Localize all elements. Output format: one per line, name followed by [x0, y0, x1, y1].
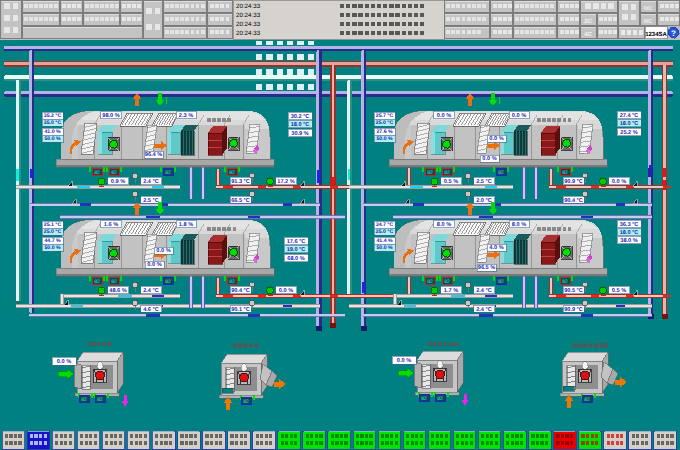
svg-text:2.4 °C: 2.4 °C — [476, 307, 492, 313]
svg-text:20:24:33: 20:24:33 — [236, 3, 261, 10]
svg-text:0.0 %: 0.0 % — [612, 179, 626, 185]
svg-text:90.1 °C: 90.1 °C — [231, 307, 250, 313]
svg-text:25.0 °C: 25.0 °C — [376, 120, 394, 126]
svg-text:17.2 %: 17.2 % — [277, 179, 294, 185]
svg-text:18.0 °C: 18.0 °C — [620, 121, 639, 127]
svg-text:82: 82 — [498, 279, 504, 285]
svg-text:41.0 %: 41.0 % — [44, 129, 61, 135]
svg-text:18.0 °C: 18.0 °C — [291, 122, 310, 128]
svg-text:8.0 %: 8.0 % — [437, 222, 451, 228]
svg-text:82: 82 — [421, 396, 427, 402]
svg-text:38.0 %: 38.0 % — [620, 238, 637, 244]
svg-text:25.0 °C: 25.0 °C — [376, 229, 394, 235]
svg-text:20:24:33: 20:24:33 — [236, 30, 261, 37]
svg-text:90.9 °C: 90.9 °C — [564, 307, 583, 313]
svg-text:18.0 °C: 18.0 °C — [620, 230, 639, 236]
svg-text:82: 82 — [111, 170, 117, 176]
svg-text:82: 82 — [81, 397, 87, 403]
svg-text:35.2 °C: 35.2 °C — [44, 113, 62, 119]
svg-text:0.5 %: 0.5 % — [444, 179, 458, 185]
svg-text:2.4 °C: 2.4 °C — [143, 288, 159, 294]
svg-text:2C: 2C — [584, 18, 592, 25]
svg-text:17.6 °C: 17.6 °C — [287, 239, 306, 245]
svg-text:66.5 °C: 66.5 °C — [231, 198, 250, 204]
svg-text:0.0 %: 0.0 % — [57, 359, 71, 365]
svg-text:82: 82 — [444, 170, 450, 176]
svg-text:0.0 %: 0.0 % — [147, 262, 161, 268]
svg-text:44.7 %: 44.7 % — [44, 238, 61, 244]
svg-text:4.6 °C: 4.6 °C — [143, 307, 159, 313]
svg-text:25.0 °C: 25.0 °C — [44, 229, 62, 235]
svg-text:0.0 %: 0.0 % — [482, 156, 496, 162]
svg-text:36.3 °C: 36.3 °C — [620, 222, 639, 228]
svg-text:0.0 %: 0.0 % — [397, 358, 411, 364]
svg-text:30.2 °C: 30.2 °C — [291, 114, 310, 120]
svg-text:82: 82 — [165, 170, 171, 176]
svg-text:2.0 °C: 2.0 °C — [476, 198, 492, 204]
svg-text:0.0 %: 0.0 % — [279, 288, 293, 294]
svg-text:25.2 %: 25.2 % — [620, 130, 637, 136]
svg-text:90.4 °C: 90.4 °C — [564, 198, 583, 204]
svg-text:82: 82 — [562, 170, 568, 176]
svg-text:?: ? — [671, 29, 676, 38]
svg-text:2.4 °C: 2.4 °C — [476, 288, 492, 294]
svg-text:82: 82 — [444, 279, 450, 285]
svg-text:82: 82 — [584, 397, 590, 403]
svg-text:0.0 %: 0.0 % — [156, 248, 170, 254]
svg-text:1.8 %: 1.8 % — [179, 222, 193, 228]
svg-text:82: 82 — [498, 170, 504, 176]
svg-text:82: 82 — [97, 397, 103, 403]
svg-text:35.0 °C: 35.0 °C — [44, 120, 62, 126]
svg-text:1.6 %: 1.6 % — [104, 222, 118, 228]
svg-text:90.9 °C: 90.9 °C — [564, 179, 583, 185]
svg-text:41.4 %: 41.4 % — [376, 238, 393, 244]
svg-text:91.3 °C: 91.3 °C — [231, 179, 250, 185]
svg-text:82: 82 — [94, 170, 100, 176]
svg-text:0/C: 0/C — [644, 6, 653, 12]
svg-text:27.6 %: 27.6 % — [376, 129, 393, 135]
svg-text:82: 82 — [165, 279, 171, 285]
svg-text:50.0 %: 50.0 % — [376, 136, 393, 142]
svg-text:82: 82 — [243, 399, 249, 405]
svg-text:20:24:33: 20:24:33 — [236, 21, 261, 28]
svg-text:0.0 %: 0.0 % — [437, 113, 451, 119]
svg-text:0.5 %: 0.5 % — [612, 288, 626, 294]
svg-text:4C: 4C — [584, 31, 592, 38]
svg-text:4.0 %: 4.0 % — [489, 245, 503, 251]
svg-text:98.0 %: 98.0 % — [102, 113, 119, 119]
svg-text:0/C: 0/C — [644, 19, 653, 25]
svg-text:0.9 %: 0.9 % — [111, 179, 125, 185]
svg-text:34.7 °C: 34.7 °C — [376, 222, 394, 228]
svg-text:82: 82 — [562, 279, 568, 285]
svg-text:82: 82 — [427, 279, 433, 285]
svg-text:2.5 °C: 2.5 °C — [476, 179, 492, 185]
svg-text:0.0 %: 0.0 % — [489, 136, 503, 142]
svg-text:8.0 %: 8.0 % — [512, 222, 526, 228]
svg-text:2.4 °C: 2.4 °C — [143, 179, 159, 185]
svg-text:82: 82 — [111, 279, 117, 285]
svg-text:82: 82 — [229, 170, 235, 176]
svg-text:1.7 %: 1.7 % — [444, 288, 458, 294]
svg-text:25.1 °C: 25.1 °C — [44, 222, 62, 228]
svg-text:50.0 %: 50.0 % — [44, 136, 61, 142]
svg-text:2.5 °C: 2.5 °C — [143, 198, 159, 204]
svg-text:82: 82 — [229, 279, 235, 285]
svg-text:27.4 °C: 27.4 °C — [620, 113, 639, 119]
svg-text:30.9 %: 30.9 % — [291, 131, 308, 137]
svg-text:48.6 %: 48.6 % — [109, 288, 126, 294]
svg-text:50.0 %: 50.0 % — [44, 245, 61, 251]
svg-text:96.4 %: 96.4 % — [145, 152, 162, 158]
svg-text:1234SA: 1234SA — [645, 31, 667, 38]
svg-text:90.5 °C: 90.5 °C — [564, 288, 583, 294]
svg-text:96.5 %: 96.5 % — [478, 265, 495, 271]
svg-text:82: 82 — [94, 279, 100, 285]
svg-text:25.7 °C: 25.7 °C — [376, 113, 394, 119]
svg-text:0.0 %: 0.0 % — [512, 113, 526, 119]
svg-text:2.3 %: 2.3 % — [179, 113, 193, 119]
svg-text:82: 82 — [437, 396, 443, 402]
svg-text:90.4 °C: 90.4 °C — [231, 288, 250, 294]
svg-text:68.0 %: 68.0 % — [287, 256, 304, 262]
svg-text:19.0 °C: 19.0 °C — [287, 247, 306, 253]
svg-text:20:24:33: 20:24:33 — [236, 12, 261, 19]
svg-text:50.0 %: 50.0 % — [376, 245, 393, 251]
